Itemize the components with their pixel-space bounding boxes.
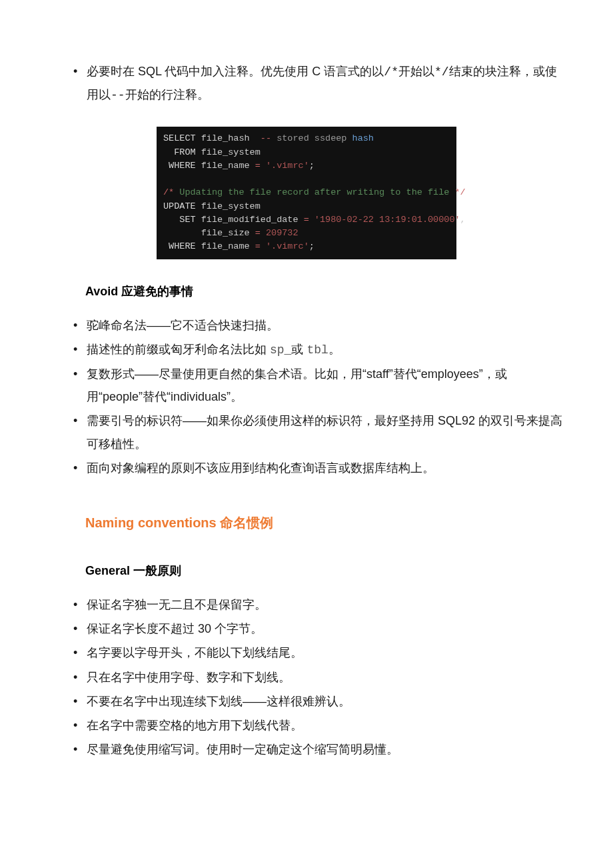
text: 开始的行注释。 (125, 88, 209, 101)
list-item: 驼峰命名法——它不适合快速扫描。 (87, 314, 566, 337)
code-token: SET (163, 215, 196, 225)
inline-code: */ (434, 65, 449, 79)
code-token: , (460, 215, 466, 225)
list-item: 描述性的前缀或匈牙利命名法比如 sp_或 tbl。 (87, 338, 566, 361)
code-token: /* (163, 187, 174, 197)
code-token (163, 228, 201, 238)
code-token: WHERE (163, 241, 196, 251)
code-token: Updating the file record after writing t… (174, 187, 454, 197)
list-item: 保证名字独一无二且不是保留字。 (87, 593, 566, 616)
list-item: 复数形式——尽量使用更自然的集合术语。比如，用“staff”替代“employe… (87, 363, 566, 408)
code-token: */ (454, 187, 465, 197)
code-token: file_name (196, 241, 255, 251)
code-token: ; (309, 161, 314, 171)
code-token: = (255, 161, 261, 171)
general-heading: General 一般原则 (47, 563, 566, 579)
code-token: file_size (201, 228, 255, 238)
text: 。 (328, 343, 340, 356)
avoid-heading: Avoid 应避免的事情 (47, 283, 566, 299)
document-page: 必要时在 SQL 代码中加入注释。优先使用 C 语言式的以/*开始以*/结束的块… (0, 0, 613, 821)
list-item: 尽量避免使用缩写词。使用时一定确定这个缩写简明易懂。 (87, 738, 566, 761)
code-token: '1980-02-22 13:19:01.00000' (309, 215, 460, 225)
sql-code-block: SELECT file_hash -- stored ssdeep hash F… (157, 127, 456, 259)
code-token: file_system (196, 147, 261, 157)
code-token: file_hash (196, 133, 261, 143)
code-token: WHERE (163, 161, 196, 171)
list-item: 在名字中需要空格的地方用下划线代替。 (87, 714, 566, 737)
list-item: 不要在名字中出现连续下划线——这样很难辨认。 (87, 690, 566, 713)
code-token: file_modified_date (196, 215, 304, 225)
code-token: UPDATE (163, 201, 196, 211)
list-item: 必要时在 SQL 代码中加入注释。优先使用 C 语言式的以/*开始以*/结束的块… (87, 60, 566, 107)
list-item: 保证名字长度不超过 30 个字节。 (87, 617, 566, 640)
naming-conventions-heading: Naming conventions 命名惯例 (47, 514, 566, 532)
list-item: 名字要以字母开头，不能以下划线结尾。 (87, 641, 566, 664)
inline-code: -- (111, 89, 125, 102)
code-token: stored ssdeep (271, 133, 352, 143)
code-token: FROM (163, 147, 196, 157)
list-item: 面向对象编程的原则不该应用到结构化查询语言或数据库结构上。 (87, 457, 566, 479)
text: 必要时在 SQL 代码中加入注释。优先使用 C 语言式的以 (87, 65, 384, 78)
comments-list: 必要时在 SQL 代码中加入注释。优先使用 C 语言式的以/*开始以*/结束的块… (47, 60, 566, 107)
code-token: = (255, 228, 261, 238)
code-token: = (255, 241, 261, 251)
code-token: = (304, 215, 309, 225)
code-token: -- (261, 133, 271, 143)
code-token: 209732 (261, 228, 299, 238)
code-token: '.vimrc' (261, 161, 309, 171)
code-token: hash (352, 133, 374, 143)
inline-code: sp_ (270, 343, 291, 357)
general-list: 保证名字独一无二且不是保留字。 保证名字长度不超过 30 个字节。 名字要以字母… (47, 593, 566, 761)
code-token: file_name (196, 161, 255, 171)
text: 或 (291, 343, 306, 356)
avoid-list: 驼峰命名法——它不适合快速扫描。 描述性的前缀或匈牙利命名法比如 sp_或 tb… (47, 314, 566, 479)
list-item: 只在名字中使用字母、数字和下划线。 (87, 666, 566, 689)
text: 开始以 (398, 65, 434, 78)
inline-code: tbl (306, 343, 328, 357)
code-token: ; (309, 241, 314, 251)
text: 描述性的前缀或匈牙利命名法比如 (87, 343, 270, 356)
code-token: SELECT (163, 133, 196, 143)
code-token: file_system (196, 201, 261, 211)
code-token: '.vimrc' (261, 241, 309, 251)
inline-code: /* (384, 65, 398, 79)
list-item: 需要引号的标识符——如果你必须使用这样的标识符，最好坚持用 SQL92 的双引号… (87, 409, 566, 455)
